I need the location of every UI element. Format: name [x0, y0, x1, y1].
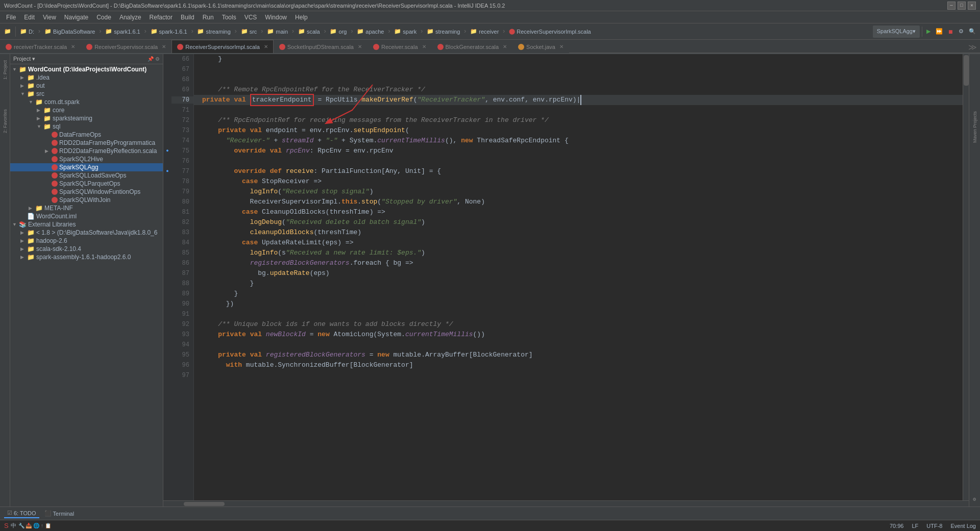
tree-out[interactable]: ▶ 📁 out [10, 82, 163, 90]
tab-close-receiver[interactable]: ✕ [422, 44, 426, 49]
line-73: 73 [163, 125, 193, 136]
tree-sparksqlagg[interactable]: SparkSQLAgg [10, 163, 163, 171]
tree-spark-assembly[interactable]: ▶ 📁 spark-assembly-1.6.1-hadoop2.6.0 [10, 253, 163, 261]
tree-core[interactable]: ▶ 📁 core [10, 106, 163, 114]
toolbar-path-apache[interactable]: 📁 apache [355, 26, 386, 38]
stop-button[interactable]: ⏹ [946, 26, 955, 38]
tree-sparksteaming[interactable]: ▶ 📁 sparksteaming [10, 114, 163, 122]
menu-help[interactable]: Help [291, 11, 312, 23]
tab-receiversupervisorimpl[interactable]: ReceiverSupervisorImpl.scala ✕ [172, 40, 274, 53]
menu-code[interactable]: Code [92, 11, 115, 23]
editor-scrollbar[interactable] [963, 54, 969, 500]
tab-close-socketinputdstream[interactable]: ✕ [358, 44, 362, 49]
line-91: 91 [163, 309, 193, 319]
build-icon[interactable]: ⚙ [973, 496, 976, 502]
toolbar-path-main[interactable]: 📁 main [265, 26, 290, 38]
toolbar-path-src[interactable]: 📁 src [239, 26, 259, 38]
tree-label-external-libs: External Libraries [28, 221, 76, 228]
tree-scala-sdk[interactable]: ▶ 📁 scala-sdk-2.10.4 [10, 245, 163, 253]
project-tab[interactable]: 1: Project [2, 56, 9, 84]
tree-external-libs[interactable]: ▼ 📚 External Libraries [10, 220, 163, 229]
menu-build[interactable]: Build [177, 11, 199, 23]
menu-tools[interactable]: Tools [218, 11, 240, 23]
search-button[interactable]: 🔍 [967, 26, 978, 38]
code-content[interactable]: } /** Remote RpcEndpointRef for the Rece… [194, 54, 963, 500]
tab-receiversupervisor[interactable]: ReceiverSupervisor.scala ✕ [81, 40, 172, 53]
toolbar-path-spark161[interactable]: 📁 spark1.6.1 [103, 26, 142, 38]
tree-sql-parquet[interactable]: SparkSQLParquetOps [10, 180, 163, 188]
line-67: 67 [163, 64, 193, 74]
tab-close-blockgenerator[interactable]: ✕ [503, 44, 507, 49]
tree-rdd2df-prog[interactable]: RDD2DataFrameByProgrammatica [10, 139, 163, 147]
line-83: 83 [163, 227, 193, 238]
sparksqlagg-label: SparkSQLAgg▾ [877, 28, 916, 35]
maximize-button[interactable]: □ [958, 2, 966, 10]
toolbar-path-file[interactable]: ⬤ ReceiverSupervisorImpl.scala [507, 26, 593, 38]
toolbar-path-bigdata[interactable]: 📁 BigDataSoftware [42, 26, 97, 38]
sidebar-pin[interactable]: 📌 [148, 56, 154, 62]
terminal-tab[interactable]: ⬛ Terminal [41, 509, 78, 518]
toolbar-path-d[interactable]: 📁 D: [18, 26, 36, 38]
close-button[interactable]: ✕ [968, 2, 976, 10]
menu-window[interactable]: Window [261, 11, 291, 23]
tab-close-socket[interactable]: ✕ [559, 44, 564, 49]
tree-sql-loadsave[interactable]: SparkSQLLoadSaveOps [10, 171, 163, 180]
code-area[interactable]: 66 67 68 69 [163, 54, 969, 500]
toolbar-path-spark2[interactable]: 📁 spark [392, 26, 419, 38]
tab-blockgenerator[interactable]: BlockGenerator.scala ✕ [432, 40, 513, 53]
tree-wordcount[interactable]: ▼ 📁 WordCount (D:\IdeaProjects\WordCount… [10, 65, 163, 73]
ime-label: 中 [11, 522, 16, 529]
toolbar-path-receiver[interactable]: 📁 receiver [468, 26, 501, 38]
tree-hadoop[interactable]: ▶ 📁 hadoop-2.6 [10, 237, 163, 245]
menu-vcs[interactable]: VCS [240, 11, 261, 23]
toolbar-path-spark161b[interactable]: 📁 spark-1.6.1 [149, 26, 189, 38]
tree-wordcount-iml[interactable]: 📄 WordCount.iml [10, 212, 163, 220]
toolbar-path-streaming[interactable]: 📁 streaming [195, 26, 232, 38]
toolbar-sparksqlagg[interactable]: SparkSQLAgg▾ [873, 26, 920, 38]
toolbar-path-scala[interactable]: 📁 scala [296, 26, 322, 38]
tab-receiver[interactable]: Receiver.scala ✕ [368, 40, 432, 53]
tab-close-receivertracker[interactable]: ✕ [71, 44, 75, 49]
menu-edit[interactable]: Edit [20, 11, 39, 23]
line-96: 96 [163, 360, 193, 370]
debug-button[interactable]: ⏩ [934, 26, 945, 38]
line-85: 85 [163, 248, 193, 258]
tab-receivertracker[interactable]: receiverTracker.scala ✕ [0, 40, 81, 53]
toolbar-path-org[interactable]: 📁 org [328, 26, 349, 38]
tree-com-dt-spark[interactable]: ▼ 📁 com.dt.spark [10, 98, 163, 106]
tree-sql[interactable]: ▼ 📁 sql [10, 122, 163, 131]
tree-sql2hive[interactable]: SparkSQL2Hive [10, 155, 163, 163]
tree-sql-window[interactable]: SparkSQLWindowFuntionOps [10, 188, 163, 196]
toolbar-project-icon[interactable]: 📁 [2, 26, 13, 38]
toolbar-path-streaming2[interactable]: 📁 streaming [425, 26, 462, 38]
editor-hscrollbar[interactable] [163, 500, 969, 507]
tab-close-receiversupervisor[interactable]: ✕ [162, 44, 166, 49]
event-log[interactable]: Event Log [950, 523, 976, 529]
tab-close-receiversupervisorimpl[interactable]: ✕ [264, 44, 268, 49]
maven-projects-tab[interactable]: Maven Projects [971, 107, 978, 147]
run-button[interactable]: ▶ [924, 26, 933, 38]
tree-meta-inf[interactable]: ▶ 📁 META-INF [10, 204, 163, 212]
settings-button[interactable]: ⚙ [957, 26, 966, 38]
todo-tab[interactable]: ☑ 6: TODO [4, 509, 39, 518]
menu-navigate[interactable]: Navigate [60, 11, 92, 23]
tabs-overflow[interactable]: ≫ [965, 42, 980, 53]
tree-dataframeops[interactable]: DataFrameOps [10, 131, 163, 139]
favorites-tab[interactable]: 2: Favorites [2, 105, 9, 137]
tree-sql-join[interactable]: SparkSQLWithJoin [10, 196, 163, 204]
tree-jdk18[interactable]: ▶ 📁 < 1.8 > (D:\BigDataSoftware\Java\jdk… [10, 229, 163, 237]
tree-src[interactable]: ▼ 📁 src [10, 90, 163, 98]
terminal-icon: ⬛ [44, 510, 52, 517]
sidebar-settings[interactable]: ⚙ [155, 56, 160, 62]
tree-rdd2df-ref[interactable]: ▶ RDD2DataFrameByReflection.scala [10, 147, 163, 155]
line-95: 95 [163, 350, 193, 360]
menu-file[interactable]: File [2, 11, 20, 23]
menu-view[interactable]: View [39, 11, 60, 23]
menu-run[interactable]: Run [199, 11, 218, 23]
menu-analyze[interactable]: Analyze [115, 11, 145, 23]
tab-socket[interactable]: Socket.java ✕ [512, 40, 569, 53]
minimize-button[interactable]: — [947, 2, 955, 10]
tab-socketinputdstream[interactable]: SocketInputDStream.scala ✕ [274, 40, 368, 53]
tree-idea[interactable]: ▶ 📁 .idea [10, 73, 163, 82]
menu-refactor[interactable]: Refactor [145, 11, 177, 23]
